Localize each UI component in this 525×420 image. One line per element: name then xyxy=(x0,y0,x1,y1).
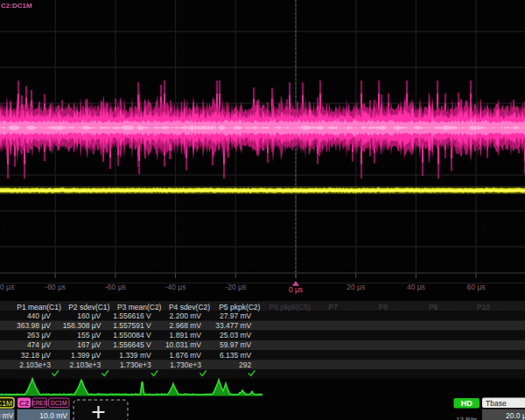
svg-text:P10: P10 xyxy=(477,303,490,312)
svg-text:33.477 mV: 33.477 mV xyxy=(215,321,251,330)
svg-text:1.676 mV: 1.676 mV xyxy=(170,351,202,360)
svg-text:474 µV: 474 µV xyxy=(27,340,51,349)
svg-text:2.200 mV: 2.200 mV xyxy=(170,312,202,320)
svg-text:-40 µs: -40 µs xyxy=(165,283,186,291)
svg-text:32.18 µV: 32.18 µV xyxy=(21,351,52,360)
svg-text:0 mV: 0 mV xyxy=(0,411,14,420)
svg-text:2.968 mV: 2.968 mV xyxy=(170,321,202,330)
svg-text:160 µV: 160 µV xyxy=(77,312,101,320)
svg-text:59.97 mV: 59.97 mV xyxy=(220,340,252,349)
svg-text:.....: ..... xyxy=(345,304,354,311)
svg-text:P9: P9 xyxy=(429,303,438,312)
svg-text:1.399 µV: 1.399 µV xyxy=(71,351,102,360)
svg-text:292: 292 xyxy=(239,360,251,369)
svg-text:1.550084 V: 1.550084 V xyxy=(113,331,151,340)
svg-text:P1 mean(C1): P1 mean(C1) xyxy=(17,303,61,312)
svg-text:C2: C2 xyxy=(19,399,29,408)
svg-text:P7: P7 xyxy=(328,303,338,312)
svg-text:P8: P8 xyxy=(379,303,388,312)
svg-text:20 µs: 20 µs xyxy=(346,283,365,291)
svg-text:.....: ..... xyxy=(395,304,403,311)
svg-text:10.0 mV: 10.0 mV xyxy=(39,411,67,420)
svg-text:DC1M: DC1M xyxy=(51,400,66,406)
svg-text:HD: HD xyxy=(461,399,472,408)
svg-text:2.103e+3: 2.103e+3 xyxy=(70,360,102,369)
svg-text:1.730e+3: 1.730e+3 xyxy=(170,360,201,369)
svg-text:6.135 mV: 6.135 mV xyxy=(220,351,252,360)
svg-text:25.03 mV: 25.03 mV xyxy=(220,331,252,340)
svg-text:1.556645 V: 1.556645 V xyxy=(113,340,151,349)
svg-text:.....: ..... xyxy=(444,304,453,311)
svg-text:60 µs: 60 µs xyxy=(467,283,486,291)
svg-text:DC1M: DC1M xyxy=(0,399,12,408)
svg-text:P2 sdev(C1): P2 sdev(C1) xyxy=(68,303,109,312)
svg-text:1.339 mV: 1.339 mV xyxy=(119,351,151,360)
svg-text:.....: ..... xyxy=(495,304,504,311)
svg-text:40 µs: 40 µs xyxy=(407,283,425,291)
svg-text:158.308 µV: 158.308 µV xyxy=(63,321,102,330)
svg-text:1.891 mV: 1.891 mV xyxy=(170,331,202,340)
svg-text:ERES: ERES xyxy=(32,400,47,406)
svg-text:10.031 mV: 10.031 mV xyxy=(165,340,201,349)
svg-text:1.556616 V: 1.556616 V xyxy=(113,312,151,320)
svg-text:P6 pkpk(C5): P6 pkpk(C5) xyxy=(269,303,310,312)
svg-text:155 µV: 155 µV xyxy=(77,331,101,340)
svg-text:1.730e+3: 1.730e+3 xyxy=(120,360,151,369)
svg-text:-80 µs: -80 µs xyxy=(45,283,66,291)
svg-text:167 µV: 167 µV xyxy=(77,340,101,349)
svg-text:1.557591 V: 1.557591 V xyxy=(113,321,151,330)
svg-text:263 µV: 263 µV xyxy=(27,331,51,340)
svg-text:P5 pkpk(C2): P5 pkpk(C2) xyxy=(219,303,260,312)
svg-text:-20 µs: -20 µs xyxy=(225,283,246,291)
svg-text:Tbase: Tbase xyxy=(486,399,507,408)
svg-text:363.98 µV: 363.98 µV xyxy=(17,321,51,330)
svg-text:-60 µs: -60 µs xyxy=(105,283,126,291)
svg-text:C2:DC1M: C2:DC1M xyxy=(1,2,32,10)
svg-text:P3 mean(C2): P3 mean(C2) xyxy=(117,303,162,312)
svg-text:P4 sdev(C2): P4 sdev(C2) xyxy=(169,303,210,312)
svg-text:0 µs: 0 µs xyxy=(289,285,303,294)
svg-text:2.103e+3: 2.103e+3 xyxy=(19,360,51,369)
svg-text:-100 µs: -100 µs xyxy=(0,283,14,291)
svg-text:13 Bits: 13 Bits xyxy=(456,416,477,420)
svg-text:440 µV: 440 µV xyxy=(27,312,51,320)
svg-text:20.0 µs/div: 20.0 µs/div xyxy=(506,411,525,420)
svg-text:27.97 mV: 27.97 mV xyxy=(220,312,252,320)
